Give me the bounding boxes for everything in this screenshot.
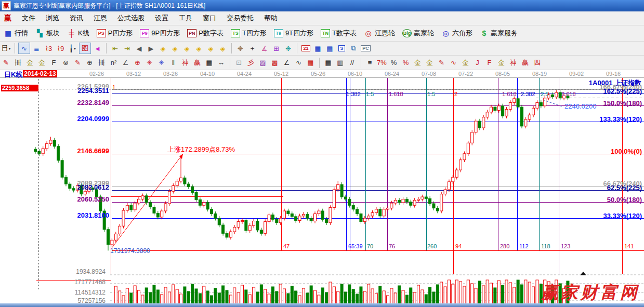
toolbar-separator <box>361 58 361 68</box>
next-icon[interactable]: ▶ <box>146 43 156 54</box>
slash-lines-icon[interactable]: // <box>347 58 358 68</box>
grid-b-icon[interactable]: ▥ <box>335 58 346 68</box>
shen-angle-icon[interactable]: 神 <box>508 58 519 68</box>
wave-channel-icon[interactable]: ∿ <box>448 58 459 68</box>
menu-item-3[interactable]: 江恩 <box>88 12 112 23</box>
pen-tool-icon[interactable]: ✎ <box>1 58 11 68</box>
last-page-icon[interactable]: ⇥ <box>122 43 133 54</box>
sectors-button[interactable]: ▚板块 <box>32 27 63 39</box>
volume-profile-icon[interactable]: ≡ <box>364 58 375 68</box>
gold-angle-icon[interactable]: 金 <box>496 58 507 68</box>
calculator-icon[interactable]: ▦ <box>312 43 323 54</box>
grid-a-icon[interactable]: ▦ <box>323 58 334 68</box>
period-day-dropdown[interactable]: 日▾ <box>1 43 11 54</box>
fib-scale-icon[interactable]: F <box>48 58 59 68</box>
menu-item-8[interactable]: 交易委托 <box>221 12 259 23</box>
p-square-button[interactable]: PSP四方形 <box>93 27 137 39</box>
menu-item-1[interactable]: 浏览 <box>41 12 64 23</box>
pattern-match-icon[interactable]: ❉ <box>283 43 294 54</box>
gold-scale-up-icon[interactable]: 金 <box>24 58 35 68</box>
drag-hand-icon[interactable]: ✥ <box>235 43 246 54</box>
color-scale-icon[interactable]: ◄ <box>92 43 103 54</box>
j-angle-icon[interactable]: J <box>472 58 483 68</box>
grid-dense-icon[interactable]: ▦ <box>305 58 316 68</box>
menu-item-4[interactable]: 公式选股 <box>112 12 150 23</box>
si-angle-icon[interactable]: 四 <box>532 58 543 68</box>
shift-left-icon[interactable]: ◈ <box>157 43 168 54</box>
k-marker-icon[interactable]: ‖ <box>168 58 179 68</box>
n-square-icon[interactable]: n² <box>108 58 119 68</box>
t-table-button[interactable]: TNT数字表 <box>317 27 360 39</box>
gold-scale-down-icon[interactable]: 金 <box>36 58 47 68</box>
angle-fan-icon[interactable]: ∠ <box>281 58 292 68</box>
gann-scale-icon[interactable]: 卌 <box>12 58 23 68</box>
pen-angle-icon[interactable]: ✎ <box>436 58 447 68</box>
gann-frame-icon[interactable]: 图 <box>79 43 91 54</box>
box-select-icon[interactable]: ⊡ <box>233 58 244 68</box>
candle-body <box>211 209 213 214</box>
compress-all-icon[interactable]: ◈ <box>217 43 228 54</box>
gold-channel-icon[interactable]: 金 <box>460 58 471 68</box>
menu-item-9[interactable]: 帮助 <box>259 12 283 23</box>
gann-web-red-icon[interactable]: ✳ <box>144 58 155 68</box>
p-table-button[interactable]: PNP数字表 <box>183 27 227 39</box>
prev-icon[interactable]: ◀ <box>134 43 144 54</box>
ying-angle-icon[interactable]: 赢 <box>520 58 531 68</box>
gann-wheel-button[interactable]: ◎江恩轮 <box>360 27 399 39</box>
pct-7-icon[interactable]: 7% <box>376 58 387 68</box>
report-icon[interactable]: ▤ <box>324 43 335 54</box>
pct-icon[interactable]: % <box>388 58 399 68</box>
winner-wheel-button[interactable]: Big赢家轮 <box>399 27 438 39</box>
circle-gann-icon[interactable]: ⊕ <box>84 58 95 68</box>
scale-small-icon[interactable]: 卌 <box>96 58 107 68</box>
box-grid-red-icon[interactable]: ▩ <box>269 58 280 68</box>
h-compress-icon[interactable]: ◈ <box>193 43 204 54</box>
menu-item-2[interactable]: 资讯 <box>64 12 88 23</box>
f-angle-icon[interactable]: F <box>484 58 495 68</box>
ray-fan-icon[interactable]: 彡 <box>245 58 256 68</box>
grid-123-icon[interactable]: ▦ <box>204 58 215 68</box>
zigzag-tool-icon[interactable]: ∿ <box>18 43 30 54</box>
network-icon[interactable]: ⧉ <box>348 43 359 54</box>
pen-measure-icon[interactable]: ✎ <box>72 58 83 68</box>
menu-item-5[interactable]: 设置 <box>150 12 174 23</box>
calendar-icon[interactable]: 21 <box>300 43 311 54</box>
gann-web-blue-icon[interactable]: ✳ <box>156 58 167 68</box>
angle-a-icon[interactable]: ∠ <box>120 58 131 68</box>
width-measure-icon[interactable]: ↔ <box>216 58 227 68</box>
quotes-button[interactable]: ▦行情 <box>0 27 32 39</box>
menu-item-0[interactable]: 文件 <box>17 12 41 23</box>
hexagon-button[interactable]: ◎六角形 <box>438 27 476 39</box>
wave-9-icon[interactable]: ⌇9 <box>55 43 66 54</box>
kline-button[interactable]: ╪K线 <box>63 27 93 39</box>
pct-red-icon[interactable]: % <box>400 58 411 68</box>
wave-tool-icon[interactable]: ∿ <box>293 58 304 68</box>
target-icon[interactable]: ⊕ <box>132 58 143 68</box>
gann-square-icon[interactable]: ⊞ <box>271 43 282 54</box>
h-expand-icon[interactable]: ◈ <box>181 43 192 54</box>
ying-scale-icon[interactable]: 赢 <box>192 58 203 68</box>
spiral-tool-icon[interactable]: ⊚ <box>60 58 71 68</box>
candle-style-icon[interactable]: ╽▾ <box>67 43 78 54</box>
9p-square-button[interactable]: P99P四方形 <box>136 27 183 39</box>
info-panel-icon[interactable]: ≣ <box>31 43 42 54</box>
shen-scale-icon[interactable]: 神 <box>180 58 191 68</box>
winner-service-button[interactable]: $赢家服务 <box>476 27 521 39</box>
kline-chart[interactable]: 2259.3658 1A0001 上证指数 上涨172.2899点8.73% 1… <box>0 78 644 307</box>
expand-all-icon[interactable]: ◈ <box>205 43 216 54</box>
angle-measure-icon[interactable]: ∡ <box>259 43 270 54</box>
t-square-button[interactable]: TST四方形 <box>227 27 270 39</box>
shift-right-icon[interactable]: ◈ <box>169 43 180 54</box>
menu-item-7[interactable]: 窗口 <box>198 12 221 23</box>
first-page-icon[interactable]: ⇤ <box>110 43 121 54</box>
box-fan-icon[interactable]: ▨ <box>257 58 268 68</box>
gold-line-icon[interactable]: 金 <box>424 58 435 68</box>
9t-square-button[interactable]: T99T四方形 <box>270 27 317 39</box>
remote-pc-icon[interactable]: PC <box>360 43 371 54</box>
save-icon[interactable]: S <box>336 43 347 54</box>
candle-body <box>348 199 351 205</box>
wave-3-icon[interactable]: ⌇3 <box>43 43 54 54</box>
gold-circle-icon[interactable]: 金 <box>412 58 423 68</box>
menu-item-6[interactable]: 工具 <box>174 12 198 23</box>
crosshair-icon[interactable]: ＋ <box>247 43 258 54</box>
